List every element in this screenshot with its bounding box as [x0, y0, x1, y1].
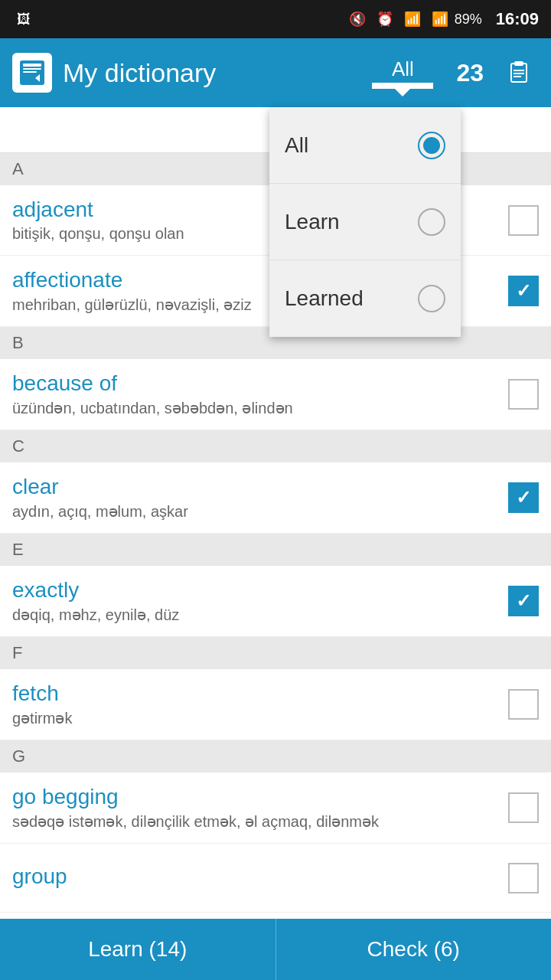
section-header-g: G — [0, 740, 551, 773]
signal-icon: 📶 — [432, 11, 448, 28]
filter-option-learn[interactable]: Learn — [269, 184, 461, 260]
filter-learn-label: Learn — [285, 210, 340, 234]
word-content-clear: clear aydın, açıq, məlum, aşkar — [12, 475, 508, 521]
filter-label: All — [392, 57, 414, 81]
word-content-fetch: fetch gətirmək — [12, 681, 508, 727]
filter-all-radio — [418, 132, 445, 159]
word-term-exactly: exactly — [12, 578, 508, 603]
clipboard-button[interactable] — [499, 53, 539, 93]
checkmark-exactly: ✓ — [516, 590, 531, 612]
word-term-clear: clear — [12, 475, 508, 499]
filter-all-label: All — [285, 133, 308, 158]
wifi-icon: 📶 — [404, 11, 421, 28]
word-count: 23 — [456, 59, 484, 87]
alarm-icon: ⏰ — [377, 11, 393, 28]
checkmark-affectionate: ✓ — [516, 280, 531, 302]
bottom-bar: Learn (14) Check (6) — [0, 919, 551, 980]
word-item-group[interactable]: group ✓ — [0, 844, 551, 913]
word-item-exactly[interactable]: exactly dəqiq, məhz, eynilə, düz ✓ — [0, 566, 551, 637]
filter-learned-label: Learned — [285, 286, 364, 311]
checkbox-clear[interactable]: ✓ — [508, 482, 539, 513]
learn-button[interactable]: Learn (14) — [0, 919, 276, 980]
word-item-clear[interactable]: clear aydın, açıq, məlum, aşkar ✓ — [0, 462, 551, 534]
mute-icon: 🔇 — [349, 11, 366, 28]
learn-button-label: Learn (14) — [88, 937, 187, 962]
status-time: 16:09 — [496, 9, 539, 29]
svg-rect-2 — [23, 68, 41, 70]
word-item-go-begging[interactable]: go begging sədəqə istəmək, dilənçilik et… — [0, 773, 551, 844]
filter-learn-radio — [418, 208, 445, 236]
svg-rect-6 — [514, 70, 524, 71]
word-term-because-of: because of — [12, 371, 508, 396]
filter-underline — [372, 83, 433, 89]
word-translation-go-begging: sədəqə istəmək, dilənçilik etmək, əl açm… — [12, 812, 508, 831]
word-term-go-begging: go begging — [12, 785, 508, 809]
svg-rect-5 — [514, 61, 523, 66]
checkbox-fetch[interactable]: ✓ — [508, 689, 539, 720]
app-title: My dictionary — [63, 58, 372, 88]
filter-learned-radio — [418, 285, 445, 312]
section-header-c: C — [0, 430, 551, 462]
word-term-group: group — [12, 864, 508, 889]
checkbox-affectionate[interactable]: ✓ — [508, 276, 539, 306]
status-bar: 🖼 🔇 ⏰ 📶 📶 89% 16:09 — [0, 0, 551, 38]
checkbox-group[interactable]: ✓ — [508, 863, 539, 893]
word-content-go-begging: go begging sədəqə istəmək, dilənçilik et… — [12, 785, 508, 831]
word-content-group: group — [12, 864, 508, 892]
checkbox-adjacent[interactable]: ✓ — [508, 205, 539, 236]
word-term-fetch: fetch — [12, 681, 508, 706]
checkmark-clear: ✓ — [516, 487, 531, 508]
word-content-because-of: because of üzündən, ucbatından, səbəbdən… — [12, 371, 508, 417]
word-translation-fetch: gətirmək — [12, 709, 508, 727]
section-header-f: F — [0, 637, 551, 669]
battery-level: 89% — [455, 11, 482, 28]
check-button[interactable]: Check (6) — [276, 919, 552, 980]
word-content-exactly: exactly dəqiq, məhz, eynilə, düz — [12, 578, 508, 624]
checkbox-go-begging[interactable]: ✓ — [508, 792, 539, 823]
filter-dropdown: All Learn Learned — [269, 107, 461, 337]
filter-option-learned[interactable]: Learned — [269, 260, 461, 337]
checkbox-because-of[interactable]: ✓ — [508, 379, 539, 410]
filter-tab[interactable]: All — [372, 57, 433, 89]
word-translation-exactly: dəqiq, məhz, eynilə, düz — [12, 606, 508, 624]
app-header: My dictionary All 23 — [0, 38, 551, 107]
svg-rect-7 — [514, 73, 524, 74]
filter-option-all[interactable]: All — [269, 107, 461, 184]
word-item-because-of[interactable]: because of üzündən, ucbatından, səbəbdən… — [0, 359, 551, 430]
svg-rect-3 — [23, 71, 37, 73]
word-item-fetch[interactable]: fetch gətirmək ✓ — [0, 669, 551, 740]
word-translation-because-of: üzündən, ucbatından, səbəbdən, əlindən — [12, 399, 508, 417]
app-logo — [12, 53, 52, 93]
section-header-e: E — [0, 534, 551, 566]
word-translation-clear: aydın, açıq, məlum, aşkar — [12, 502, 508, 521]
checkbox-exactly[interactable]: ✓ — [508, 586, 539, 616]
svg-rect-1 — [23, 64, 41, 67]
image-icon: 🖼 — [17, 11, 31, 28]
svg-rect-8 — [514, 76, 521, 77]
check-button-label: Check (6) — [367, 937, 460, 962]
